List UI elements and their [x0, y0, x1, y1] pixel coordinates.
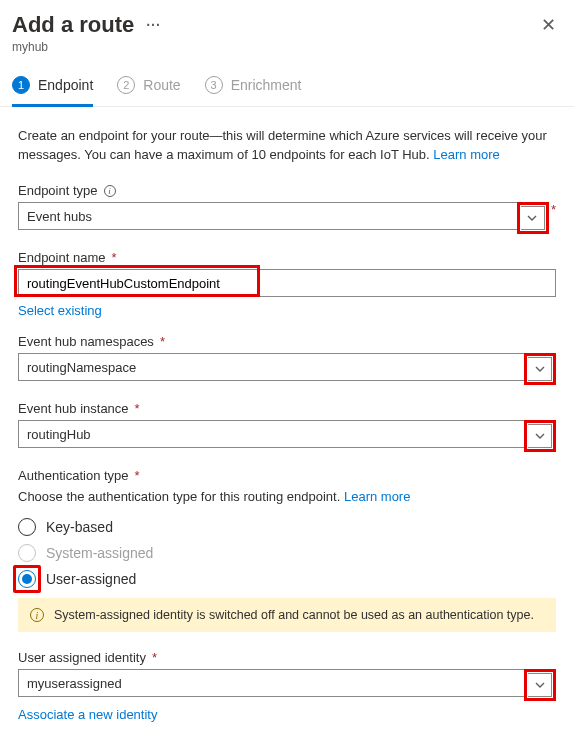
endpoint-name-input[interactable]	[18, 269, 556, 297]
tab-label: Endpoint	[38, 77, 93, 93]
auth-type-label: Authentication type	[18, 468, 129, 483]
endpoint-type-select[interactable]: Event hubs	[18, 202, 519, 230]
tab-label: Enrichment	[231, 77, 302, 93]
close-icon[interactable]: ✕	[535, 12, 562, 38]
radio-system-assigned-label: System-assigned	[46, 545, 153, 561]
select-existing-link[interactable]: Select existing	[18, 303, 102, 318]
chevron-down-icon[interactable]	[521, 206, 545, 230]
namespace-label: Event hub namespaces	[18, 334, 154, 349]
user-identity-select[interactable]: myuserassigned	[18, 669, 526, 697]
radio-key-based[interactable]	[18, 518, 36, 536]
auth-learn-more-link[interactable]: Learn more	[344, 489, 410, 504]
info-banner-text: System-assigned identity is switched off…	[54, 608, 534, 622]
tab-number: 2	[117, 76, 135, 94]
endpoint-type-value: Event hubs	[27, 209, 92, 224]
radio-key-based-label: Key-based	[46, 519, 113, 535]
info-icon: i	[30, 608, 44, 622]
instance-value: routingHub	[27, 427, 91, 442]
required-indicator: *	[111, 250, 116, 265]
user-identity-value: myuserassigned	[27, 676, 122, 691]
chevron-down-icon[interactable]	[528, 673, 552, 697]
page-title: Add a route	[12, 12, 134, 38]
associate-identity-link[interactable]: Associate a new identity	[18, 707, 157, 722]
tab-enrichment[interactable]: 3 Enrichment	[205, 68, 302, 107]
info-banner: i System-assigned identity is switched o…	[18, 598, 556, 632]
namespace-select[interactable]: routingNamespace	[18, 353, 526, 381]
tab-route[interactable]: 2 Route	[117, 68, 180, 107]
highlight-box	[13, 565, 41, 593]
required-indicator: *	[135, 468, 140, 483]
instance-label: Event hub instance	[18, 401, 129, 416]
endpoint-name-label: Endpoint name	[18, 250, 105, 265]
tab-number: 1	[12, 76, 30, 94]
required-indicator: *	[135, 401, 140, 416]
tab-number: 3	[205, 76, 223, 94]
namespace-value: routingNamespace	[27, 360, 136, 375]
radio-user-assigned[interactable]	[18, 570, 36, 588]
user-identity-label: User assigned identity	[18, 650, 146, 665]
auth-type-description: Choose the authentication type for this …	[18, 489, 344, 504]
chevron-down-icon[interactable]	[528, 424, 552, 448]
info-icon[interactable]: i	[104, 185, 116, 197]
radio-user-assigned-label: User-assigned	[46, 571, 136, 587]
instance-select[interactable]: routingHub	[18, 420, 526, 448]
more-icon[interactable]: ···	[146, 17, 161, 34]
resource-subtitle: myhub	[12, 40, 535, 54]
radio-system-assigned	[18, 544, 36, 562]
endpoint-type-label: Endpoint type	[18, 183, 98, 198]
tab-endpoint[interactable]: 1 Endpoint	[12, 68, 93, 107]
required-indicator: *	[160, 334, 165, 349]
tab-label: Route	[143, 77, 180, 93]
required-indicator: *	[551, 202, 556, 234]
learn-more-link[interactable]: Learn more	[433, 147, 499, 162]
required-indicator: *	[152, 650, 157, 665]
intro-text: Create an endpoint for your route—this w…	[18, 127, 556, 165]
wizard-tabs: 1 Endpoint 2 Route 3 Enrichment	[0, 68, 574, 107]
chevron-down-icon[interactable]	[528, 357, 552, 381]
